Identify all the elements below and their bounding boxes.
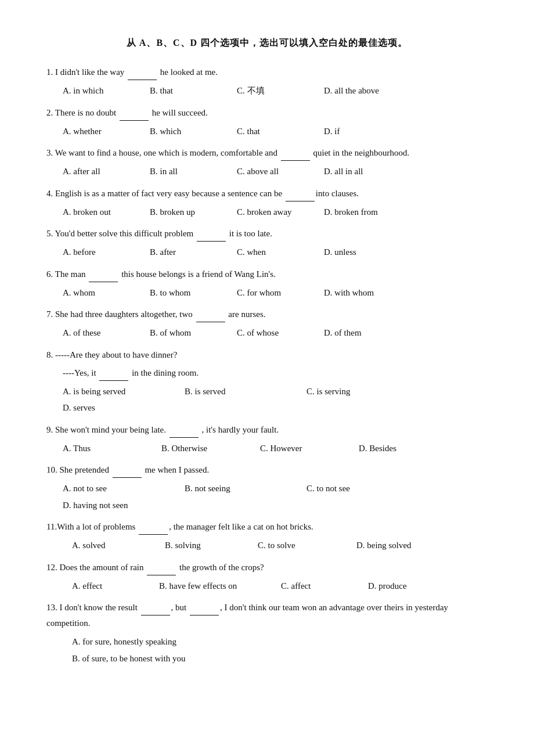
q13-options: A. for sure, honestly speaking B. of sur… (72, 633, 488, 667)
q6-option-a: A. whom (63, 285, 144, 301)
q1-option-b: B. that (150, 82, 231, 99)
q12-option-a: A. effect (72, 578, 153, 595)
q10-text: 10. She pretended me when I passed. (46, 462, 488, 478)
q6-option-c: C. for whom (237, 285, 318, 301)
q5-options: A. before B. after C. when D. unless (63, 244, 488, 261)
q12-option-b: B. have few effects on (159, 578, 275, 595)
q7-options: A. of these B. of whom C. of whose D. of… (63, 325, 488, 341)
q1-options: A. in which B. that C. 不填 D. all the abo… (63, 82, 488, 99)
q7-option-d: D. of them (324, 325, 405, 341)
q9-options: A. Thus B. Otherwise C. However D. Besid… (63, 440, 488, 457)
q4-option-d: D. broken from (324, 204, 405, 221)
q6-options: A. whom B. to whom C. for whom D. with w… (63, 285, 488, 301)
q13-option-b: B. of sure, to be honest with you (72, 650, 488, 667)
q8-options: A. is being served B. is served C. is se… (63, 383, 488, 416)
q3-text: 3. We want to find a house, one which is… (46, 145, 488, 161)
q5-option-d: D. unless (324, 244, 405, 261)
title: 从 A、B、C、D 四个选项中，选出可以填入空白处的最佳选项。 (46, 35, 488, 51)
q5-option-c: C. when (237, 244, 318, 261)
q9-text: 9. She won't mind your being late. , it'… (46, 422, 488, 438)
q6-option-d: D. with whom (324, 285, 405, 301)
q7-option-a: A. of these (63, 325, 144, 341)
q4-options: A. broken out B. broken up C. broken awa… (63, 204, 488, 221)
question-2: 2. There is no doubt he will succeed. A.… (46, 105, 488, 140)
q3-option-c: C. above all (237, 163, 318, 180)
question-9: 9. She won't mind your being late. , it'… (46, 422, 488, 457)
q7-text: 7. She had three daughters altogether, t… (46, 307, 488, 322)
q4-option-a: A. broken out (63, 204, 144, 221)
question-12: 12. Does the amount of rain the growth o… (46, 560, 488, 595)
q9-option-a: A. Thus (63, 440, 156, 457)
q10-option-c: C. to not see (306, 480, 423, 497)
q1-option-a: A. in which (63, 82, 144, 99)
q2-option-d: D. if (324, 123, 405, 140)
q12-option-c: C. affect (281, 578, 362, 595)
question-3: 3. We want to find a house, one which is… (46, 145, 488, 180)
q10-options: A. not to see B. not seeing C. to not se… (63, 480, 488, 513)
q13-option-a: A. for sure, honestly speaking (72, 633, 488, 650)
question-5: 5. You'd better solve this difficult pro… (46, 226, 488, 261)
question-1: 1. I didn't like the way he looked at me… (46, 64, 488, 99)
q11-text: 11.With a lot of problems , the manager … (46, 519, 488, 535)
q5-text: 5. You'd better solve this difficult pro… (46, 226, 488, 242)
q2-option-a: A. whether (63, 123, 144, 140)
q12-option-d: D. produce (368, 578, 449, 595)
q4-text: 4. English is as a matter of fact very e… (46, 186, 488, 201)
q2-option-b: B. which (150, 123, 231, 140)
q9-option-c: C. However (260, 440, 353, 457)
q5-option-b: B. after (150, 244, 231, 261)
q3-option-b: B. in all (150, 163, 231, 180)
question-10: 10. She pretended me when I passed. A. n… (46, 462, 488, 513)
q3-options: A. after all B. in all C. above all D. a… (63, 163, 488, 180)
q10-option-a: A. not to see (63, 480, 179, 497)
q11-option-b: B. solving (165, 537, 252, 554)
q3-option-a: A. after all (63, 163, 144, 180)
question-13: 13. I don't know the result , but , I do… (46, 600, 488, 667)
q8-option-b: B. is served (185, 383, 301, 400)
q10-option-b: B. not seeing (185, 480, 301, 497)
question-11: 11.With a lot of problems , the manager … (46, 519, 488, 554)
q2-options: A. whether B. which C. that D. if (63, 123, 488, 140)
q10-option-d: D. having not seen (63, 497, 179, 514)
q8-option-a: A. is being served (63, 383, 179, 400)
q11-option-c: C. to solve (258, 537, 351, 554)
q4-option-c: C. broken away (237, 204, 318, 221)
q3-option-d: D. all in all (324, 163, 405, 180)
q8-dialog-line1: 8. -----Are they about to have dinner? (46, 347, 488, 363)
q11-option-d: D. being solved (356, 537, 438, 554)
q1-text: 1. I didn't like the way he looked at me… (46, 64, 488, 80)
q6-option-b: B. to whom (150, 285, 231, 301)
q1-option-c: C. 不填 (237, 82, 318, 99)
q9-option-d: D. Besides (359, 440, 440, 457)
q11-option-a: A. solved (72, 537, 159, 554)
question-7: 7. She had three daughters altogether, t… (46, 307, 488, 341)
q2-text: 2. There is no doubt he will succeed. (46, 105, 488, 121)
q8-option-d: D. serves (63, 399, 144, 416)
q11-options: A. solved B. solving C. to solve D. bein… (72, 537, 488, 554)
q2-option-c: C. that (237, 123, 318, 140)
q13-text: 13. I don't know the result , but , I do… (46, 600, 488, 631)
q9-option-b: B. Otherwise (161, 440, 254, 457)
question-8: 8. -----Are they about to have dinner? -… (46, 347, 488, 416)
q7-option-b: B. of whom (150, 325, 231, 341)
q1-option-d: D. all the above (324, 82, 405, 99)
q8-dialog-line2: ----Yes, it in the dining room. (63, 365, 488, 381)
question-6: 6. The man this house belongs is a frien… (46, 267, 488, 301)
q4-option-b: B. broken up (150, 204, 231, 221)
q5-option-a: A. before (63, 244, 144, 261)
q7-option-c: C. of whose (237, 325, 318, 341)
q12-text: 12. Does the amount of rain the growth o… (46, 560, 488, 575)
q12-options: A. effect B. have few effects on C. affe… (72, 578, 488, 595)
q6-text: 6. The man this house belongs is a frien… (46, 267, 488, 282)
question-4: 4. English is as a matter of fact very e… (46, 186, 488, 221)
q8-option-c: C. is serving (306, 383, 423, 400)
